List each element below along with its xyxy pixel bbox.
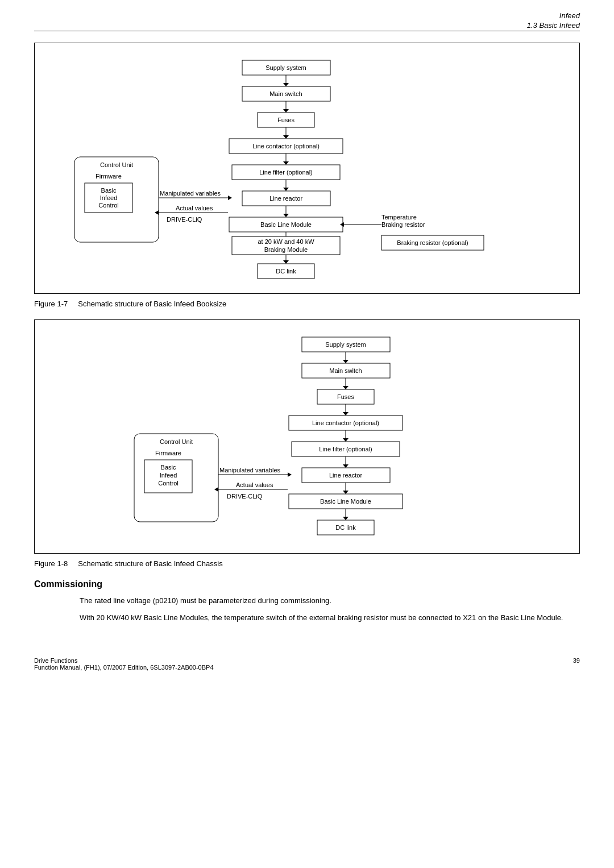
header-line1: Infeed bbox=[34, 11, 580, 20]
svg-text:Control: Control bbox=[98, 202, 118, 209]
svg-text:DC link: DC link bbox=[276, 268, 296, 275]
figure2-container: Supply system Main switch Fuses Line con… bbox=[34, 319, 580, 554]
footer-left: Drive Functions Function Manual, (FH1), … bbox=[34, 657, 214, 671]
svg-marker-42 bbox=[228, 196, 232, 200]
figure2-num: Figure 1-8 bbox=[34, 559, 68, 568]
footer: Drive Functions Function Manual, (FH1), … bbox=[34, 657, 580, 671]
figure2-svg: Supply system Main switch Fuses Line con… bbox=[46, 331, 541, 542]
svg-marker-7 bbox=[283, 109, 289, 113]
svg-marker-65 bbox=[343, 412, 349, 416]
svg-marker-19 bbox=[283, 188, 289, 191]
svg-marker-23 bbox=[283, 214, 289, 217]
svg-text:Basic: Basic bbox=[101, 187, 117, 194]
figure1-svg: Supply system Main switch Fuses Line con… bbox=[46, 55, 541, 282]
svg-text:Line filter (optional): Line filter (optional) bbox=[319, 446, 372, 452]
svg-text:DRIVE-CLiQ: DRIVE-CLiQ bbox=[167, 216, 202, 223]
svg-marker-57 bbox=[343, 360, 349, 363]
svg-marker-11 bbox=[283, 135, 289, 139]
figure1-container: Supply system Main switch Fuses Line con… bbox=[34, 43, 580, 294]
svg-text:Braking resistor: Braking resistor bbox=[381, 221, 425, 228]
svg-text:Supply system: Supply system bbox=[325, 341, 366, 348]
footer-left-line2: Function Manual, (FH1), 07/2007 Edition,… bbox=[34, 664, 214, 671]
svg-text:Line reactor: Line reactor bbox=[269, 195, 302, 202]
svg-text:Fuses: Fuses bbox=[277, 117, 294, 123]
svg-text:Firmware: Firmware bbox=[96, 173, 122, 180]
svg-text:Main switch: Main switch bbox=[329, 367, 362, 374]
commissioning-p2: With 20 KW/40 kW Basic Line Modules, the… bbox=[80, 612, 580, 624]
svg-marker-81 bbox=[343, 517, 349, 520]
svg-marker-3 bbox=[283, 83, 289, 86]
svg-text:Manipulated variables: Manipulated variables bbox=[219, 467, 281, 474]
svg-text:Manipulated variables: Manipulated variables bbox=[160, 190, 221, 197]
svg-text:Temperature: Temperature bbox=[381, 214, 417, 221]
footer-right: 39 bbox=[573, 657, 580, 671]
figure1-text: Schematic structure of Basic Infeed Book… bbox=[78, 300, 226, 308]
svg-text:Basic Line Module: Basic Line Module bbox=[320, 498, 371, 505]
figure2-text: Schematic structure of Basic Infeed Chas… bbox=[78, 559, 222, 568]
header: Infeed 1.3 Basic Infeed bbox=[34, 11, 580, 31]
svg-marker-92 bbox=[288, 472, 292, 477]
svg-text:Control: Control bbox=[158, 480, 178, 487]
svg-marker-69 bbox=[343, 438, 349, 442]
svg-marker-73 bbox=[343, 464, 349, 468]
svg-marker-31 bbox=[283, 260, 289, 264]
header-line2: 1.3 Basic Infeed bbox=[34, 21, 580, 30]
figure1-num: Figure 1-7 bbox=[34, 300, 68, 308]
figure1-caption: Figure 1-7 Schematic structure of Basic … bbox=[34, 300, 580, 308]
svg-text:Braking Module: Braking Module bbox=[264, 246, 308, 253]
svg-text:Line contactor (optional): Line contactor (optional) bbox=[252, 143, 320, 149]
svg-text:Actual values: Actual values bbox=[236, 481, 273, 488]
svg-text:Infeed: Infeed bbox=[100, 194, 118, 201]
svg-text:DC link: DC link bbox=[335, 524, 356, 531]
svg-text:Line filter (optional): Line filter (optional) bbox=[259, 169, 313, 176]
svg-text:Main switch: Main switch bbox=[269, 90, 302, 97]
figure2-caption: Figure 1-8 Schematic structure of Basic … bbox=[34, 559, 580, 568]
svg-text:Firmware: Firmware bbox=[155, 450, 181, 456]
footer-left-line1: Drive Functions bbox=[34, 657, 214, 664]
commissioning-title: Commissioning bbox=[34, 579, 580, 589]
svg-text:DRIVE-CLiQ: DRIVE-CLiQ bbox=[227, 493, 263, 500]
svg-text:Basic: Basic bbox=[161, 464, 176, 471]
svg-text:Control Unit: Control Unit bbox=[160, 438, 193, 445]
commissioning-p1: The rated line voltage (p0210) must be p… bbox=[80, 595, 580, 607]
svg-text:Fuses: Fuses bbox=[337, 393, 354, 400]
svg-text:Supply system: Supply system bbox=[265, 64, 306, 71]
svg-marker-77 bbox=[343, 491, 349, 494]
svg-text:Basic Line Module: Basic Line Module bbox=[260, 221, 312, 228]
svg-text:Line contactor (optional): Line contactor (optional) bbox=[312, 420, 379, 426]
svg-text:at 20 kW and 40 kW: at 20 kW and 40 kW bbox=[258, 238, 314, 245]
svg-text:Infeed: Infeed bbox=[160, 472, 177, 479]
svg-marker-15 bbox=[283, 161, 289, 165]
svg-text:Braking resistor (optional): Braking resistor (optional) bbox=[397, 239, 468, 246]
svg-text:Line reactor: Line reactor bbox=[329, 472, 362, 479]
svg-text:Control Unit: Control Unit bbox=[100, 161, 133, 168]
svg-text:Actual values: Actual values bbox=[176, 205, 213, 211]
svg-marker-61 bbox=[343, 386, 349, 389]
